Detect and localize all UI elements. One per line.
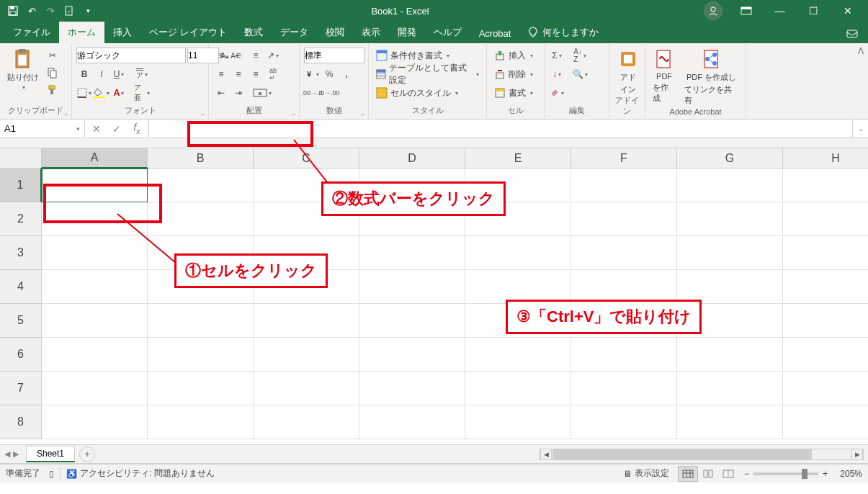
insert-function-icon[interactable]: fx [130, 122, 144, 135]
find-select-icon[interactable]: 🔍▾ [568, 66, 592, 82]
tab-review[interactable]: 校閲 [317, 22, 353, 43]
cell[interactable] [571, 169, 677, 202]
cell[interactable] [783, 338, 868, 372]
cell[interactable] [254, 304, 359, 338]
sheet-tab-sheet1[interactable]: Sheet1 [26, 446, 75, 462]
save-icon[interactable] [4, 2, 22, 19]
qat-customize-icon[interactable]: ▾ [79, 2, 97, 19]
sheet-nav-next-icon[interactable]: ▶ [13, 449, 19, 459]
new-icon[interactable] [61, 2, 78, 19]
cell[interactable] [571, 372, 677, 405]
cell[interactable] [359, 236, 465, 270]
cell-styles-button[interactable]: セルのスタイル▾ [373, 85, 461, 101]
cell[interactable] [148, 202, 254, 236]
font-color-icon[interactable]: A▾ [111, 85, 127, 101]
cell[interactable] [571, 202, 677, 236]
share-icon[interactable] [839, 22, 868, 43]
cell[interactable] [783, 405, 868, 439]
minimize-icon[interactable]: — [764, 0, 796, 22]
cell[interactable] [677, 202, 783, 236]
zoom-in-icon[interactable]: + [823, 469, 828, 479]
column-header[interactable]: H [783, 148, 868, 169]
cut-icon[interactable]: ✂ [45, 48, 61, 63]
accounting-icon[interactable]: ¥▾ [304, 66, 320, 82]
tab-help[interactable]: ヘルプ [425, 22, 470, 43]
cell[interactable] [148, 405, 254, 439]
cell[interactable] [359, 338, 465, 372]
percent-icon[interactable]: % [321, 66, 337, 82]
tab-insert[interactable]: 挿入 [104, 22, 140, 43]
conditional-formatting-button[interactable]: 条件付き書式▾ [373, 48, 452, 63]
bold-icon[interactable]: B [76, 66, 92, 82]
redo-icon[interactable]: ↷ [42, 2, 59, 19]
paste-button[interactable]: 貼り付け ▾ [4, 48, 42, 91]
cell[interactable] [465, 236, 571, 270]
tab-file[interactable]: ファイル [4, 22, 59, 43]
account-icon[interactable] [704, 1, 722, 20]
row-header[interactable]: 5 [0, 304, 42, 338]
formula-input[interactable] [149, 120, 852, 138]
page-layout-view-icon[interactable] [698, 466, 718, 482]
align-top-icon[interactable]: ≡ [213, 48, 229, 63]
cell[interactable] [359, 405, 465, 439]
cell[interactable] [42, 169, 148, 202]
row-header[interactable]: 4 [0, 270, 42, 304]
dialog-launcher-icon[interactable]: ⌐ [362, 110, 365, 117]
comma-icon[interactable]: , [339, 66, 354, 82]
increase-decimal-icon[interactable]: .00→.0 [304, 85, 320, 101]
format-painter-icon[interactable] [45, 82, 61, 98]
cell[interactable] [677, 270, 783, 304]
cell[interactable] [359, 304, 465, 338]
copy-icon[interactable] [45, 65, 61, 81]
insert-cells-button[interactable]: 挿入▾ [491, 48, 536, 63]
zoom-slider[interactable] [753, 472, 818, 475]
column-header[interactable]: A [42, 148, 148, 169]
cell[interactable] [148, 169, 254, 202]
pdf-create-button[interactable]: PDF を作成 [650, 48, 679, 104]
autosum-icon[interactable]: Σ▾ [549, 48, 565, 63]
cell[interactable] [359, 270, 465, 304]
cell[interactable] [677, 236, 783, 270]
macro-record-icon[interactable]: ▯ [49, 469, 54, 479]
tab-data[interactable]: データ [272, 22, 317, 43]
tab-home[interactable]: ホーム [59, 22, 104, 43]
cell[interactable] [677, 405, 783, 439]
horizontal-scrollbar[interactable]: ◀ ▶ [540, 449, 864, 460]
tab-page-layout[interactable]: ページ レイアウト [140, 22, 236, 43]
cell[interactable] [42, 405, 148, 439]
cell[interactable] [359, 372, 465, 405]
cell[interactable] [677, 338, 783, 372]
increase-indent-icon[interactable]: ⇥ [231, 85, 246, 101]
cell[interactable] [783, 304, 868, 338]
page-break-view-icon[interactable] [718, 466, 738, 482]
accessibility-icon[interactable]: ♿ [66, 469, 77, 479]
sheet-nav-prev-icon[interactable]: ◀ [4, 449, 10, 459]
row-header[interactable]: 3 [0, 236, 42, 270]
cell[interactable] [571, 270, 677, 304]
select-all-corner[interactable] [0, 148, 42, 169]
clear-icon[interactable]: ▾ [549, 85, 565, 101]
cell[interactable] [148, 338, 254, 372]
cell[interactable] [42, 338, 148, 372]
fill-icon[interactable]: ↓▾ [549, 66, 565, 82]
fill-color-icon[interactable]: ▾ [94, 85, 109, 101]
normal-view-icon[interactable] [678, 466, 698, 482]
ribbon-options-icon[interactable] [730, 0, 762, 22]
undo-icon[interactable]: ↶ [23, 2, 40, 19]
cancel-formula-icon[interactable]: ✕ [89, 123, 104, 135]
display-settings-label[interactable]: 表示設定 [635, 467, 669, 480]
maximize-icon[interactable]: ☐ [797, 0, 830, 22]
column-header[interactable]: D [359, 148, 465, 169]
number-format-combo[interactable] [304, 48, 364, 63]
wrap-text-icon[interactable]: ab↵ [265, 66, 281, 82]
collapse-ribbon-icon[interactable]: ᐱ [858, 46, 864, 56]
border-icon[interactable]: ▾ [76, 85, 92, 101]
align-bottom-icon[interactable]: ≡ [248, 48, 264, 63]
column-header[interactable]: C [254, 148, 359, 169]
column-header[interactable]: B [148, 148, 254, 169]
cell[interactable] [783, 270, 868, 304]
cell[interactable] [465, 270, 571, 304]
cell[interactable] [571, 338, 677, 372]
row-header[interactable]: 6 [0, 338, 42, 372]
align-center-icon[interactable]: ≡ [231, 66, 246, 82]
